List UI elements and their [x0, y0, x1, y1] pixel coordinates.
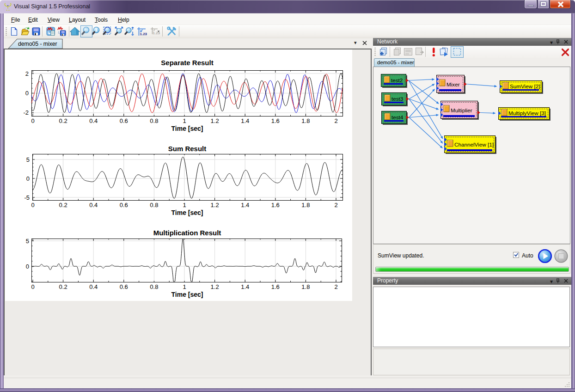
svg-text:1.8: 1.8	[301, 202, 310, 208]
svg-text:2: 2	[25, 70, 29, 77]
svg-text:1.6: 1.6	[271, 202, 280, 208]
svg-text:0.2: 0.2	[59, 283, 67, 290]
svg-text:0.2: 0.2	[59, 202, 67, 208]
svg-text:2: 2	[334, 283, 337, 290]
svg-text:Separate Result: Separate Result	[161, 59, 213, 67]
svg-text:0: 0	[26, 175, 30, 182]
svg-text:1: 1	[183, 202, 186, 208]
svg-text:0: 0	[31, 283, 34, 290]
svg-text:1.8: 1.8	[301, 283, 310, 290]
svg-text:Sum Result: Sum Result	[168, 145, 207, 153]
svg-text:-5: -5	[24, 194, 30, 201]
svg-text:0: 0	[26, 263, 29, 270]
svg-text:0.8: 0.8	[150, 283, 158, 290]
svg-text:Time [sec]: Time [sec]	[171, 209, 203, 216]
svg-text:0.8: 0.8	[150, 202, 158, 208]
svg-text:0.8: 0.8	[150, 117, 158, 124]
svg-text:Multiplication Result: Multiplication Result	[153, 229, 221, 237]
svg-text:Time [sec]: Time [sec]	[171, 125, 203, 132]
svg-text:0.4: 0.4	[89, 202, 98, 208]
svg-text:1.4: 1.4	[241, 117, 249, 124]
svg-text:1.4: 1.4	[241, 283, 249, 290]
svg-text:0.2: 0.2	[59, 117, 67, 124]
svg-text:0.6: 0.6	[120, 202, 128, 208]
svg-text:1.2: 1.2	[211, 117, 219, 124]
svg-text:1.6: 1.6	[271, 117, 280, 124]
svg-text:1: 1	[183, 283, 186, 290]
svg-text:1.2: 1.2	[211, 202, 219, 208]
svg-text:1: 1	[183, 117, 186, 124]
svg-text:0: 0	[25, 90, 29, 97]
svg-text:0.6: 0.6	[120, 117, 128, 124]
svg-text:Time [sec]: Time [sec]	[171, 291, 203, 298]
svg-text:0.6: 0.6	[120, 283, 128, 290]
svg-text:1.6: 1.6	[271, 283, 280, 290]
svg-text:5: 5	[26, 156, 30, 163]
svg-text:0: 0	[31, 117, 34, 124]
svg-text:0: 0	[31, 202, 34, 208]
svg-text:2: 2	[334, 117, 337, 124]
svg-text:0.4: 0.4	[89, 283, 98, 290]
svg-text:-2: -2	[23, 109, 29, 116]
svg-text:5: 5	[26, 238, 29, 245]
svg-text:1.8: 1.8	[301, 117, 310, 124]
svg-text:2: 2	[334, 202, 337, 208]
svg-text:1.4: 1.4	[241, 202, 249, 208]
svg-text:0.4: 0.4	[89, 117, 98, 124]
svg-text:1.2: 1.2	[211, 283, 219, 290]
